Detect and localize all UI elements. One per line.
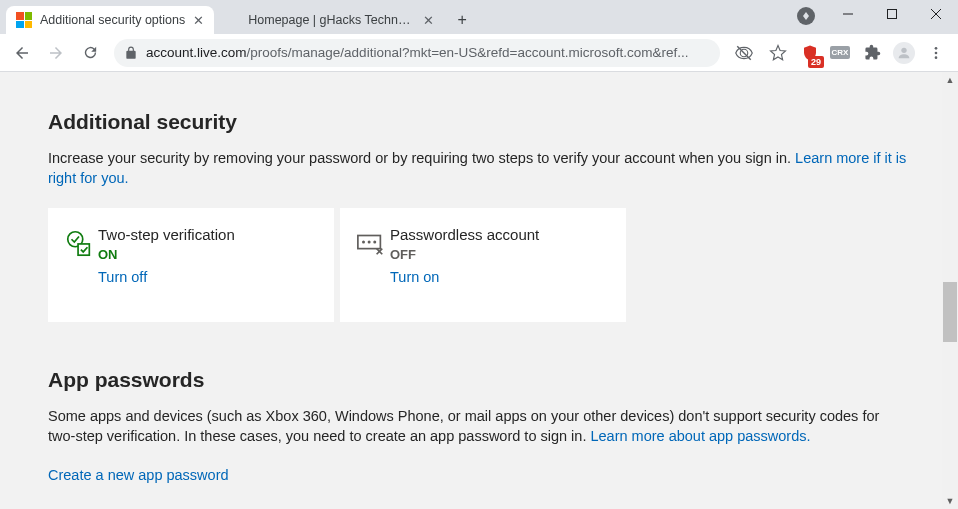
maximize-button[interactable] — [870, 0, 914, 28]
passwordless-status: OFF — [390, 247, 608, 262]
passwordless-title: Passwordless account — [390, 226, 608, 243]
page-content: Additional security Increase your securi… — [0, 72, 958, 509]
svg-rect-1 — [888, 10, 897, 19]
vertical-scrollbar[interactable]: ▲ ▼ — [942, 72, 958, 509]
kebab-menu-icon[interactable] — [920, 38, 952, 68]
close-tab-icon[interactable]: ✕ — [193, 13, 204, 28]
url-text: account.live.com/proofs/manage/additiona… — [146, 45, 689, 60]
close-tab-icon[interactable]: ✕ — [423, 13, 434, 28]
new-tab-button[interactable]: + — [448, 6, 476, 34]
app-passwords-heading: App passwords — [48, 368, 910, 392]
ublock-extension-icon[interactable]: 29 — [796, 39, 824, 67]
svg-point-13 — [368, 241, 371, 244]
window-controls — [826, 0, 958, 28]
lock-icon — [124, 46, 138, 60]
two-step-status: ON — [98, 247, 316, 262]
svg-rect-10 — [78, 244, 89, 255]
svg-point-8 — [935, 56, 938, 59]
microsoft-favicon — [16, 12, 32, 28]
forward-button[interactable] — [40, 38, 72, 68]
back-button[interactable] — [6, 38, 38, 68]
reload-button[interactable] — [74, 38, 106, 68]
scroll-down-arrow[interactable]: ▼ — [942, 493, 958, 509]
tab-strip: Additional security options ✕ Homepage |… — [0, 0, 476, 34]
tab-title: Homepage | gHacks Technology — [248, 13, 415, 27]
extensions-puzzle-icon[interactable] — [856, 38, 888, 68]
extension-badge: 29 — [808, 56, 824, 68]
ghacks-favicon — [224, 12, 240, 28]
tab-title: Additional security options — [40, 13, 185, 27]
browser-toolbar: account.live.com/proofs/manage/additiona… — [0, 34, 958, 72]
tracking-protection-icon[interactable] — [728, 38, 760, 68]
two-step-title: Two-step verification — [98, 226, 316, 243]
learn-more-app-passwords-link[interactable]: Learn more about app passwords. — [590, 428, 810, 444]
minimize-button[interactable] — [826, 0, 870, 28]
close-window-button[interactable] — [914, 0, 958, 28]
create-app-password-link[interactable]: Create a new app password — [48, 467, 229, 483]
tab-additional-security[interactable]: Additional security options ✕ — [6, 6, 214, 34]
svg-point-12 — [362, 241, 365, 244]
browser-titlebar: Additional security options ✕ Homepage |… — [0, 0, 958, 34]
passwordless-dots-icon — [356, 226, 390, 304]
passwordless-turn-on-link[interactable]: Turn on — [390, 269, 439, 285]
additional-security-heading: Additional security — [48, 110, 910, 134]
profile-avatar[interactable] — [890, 39, 918, 67]
two-step-turn-off-link[interactable]: Turn off — [98, 269, 147, 285]
svg-point-5 — [901, 47, 906, 52]
svg-point-14 — [373, 241, 376, 244]
two-step-shield-icon — [64, 226, 98, 304]
passwordless-account-card: Passwordless account OFF Turn on — [340, 208, 626, 322]
app-passwords-description: Some apps and devices (such as Xbox 360,… — [48, 406, 910, 446]
additional-security-description: Increase your security by removing your … — [48, 148, 910, 188]
profile-indicator-icon[interactable] — [794, 4, 818, 28]
two-step-verification-card: Two-step verification ON Turn off — [48, 208, 334, 322]
svg-point-7 — [935, 51, 938, 54]
address-bar[interactable]: account.live.com/proofs/manage/additiona… — [114, 39, 720, 67]
scroll-thumb[interactable] — [943, 282, 957, 342]
scroll-up-arrow[interactable]: ▲ — [942, 72, 958, 88]
tab-ghacks[interactable]: Homepage | gHacks Technology ✕ — [214, 6, 444, 34]
svg-point-6 — [935, 47, 938, 50]
bookmark-star-icon[interactable] — [762, 38, 794, 68]
crx-extension-icon[interactable]: CRX — [826, 39, 854, 67]
